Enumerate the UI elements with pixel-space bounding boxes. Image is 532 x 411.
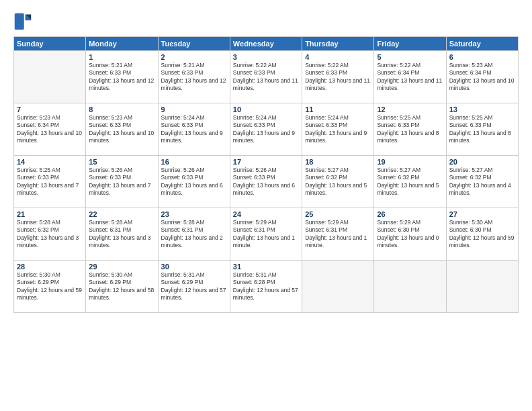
- page: SundayMondayTuesdayWednesdayThursdayFrid…: [0, 0, 532, 411]
- calendar-cell: 18Sunrise: 5:27 AMSunset: 6:32 PMDayligh…: [302, 156, 374, 208]
- day-info: Sunrise: 5:25 AMSunset: 6:33 PMDaylight:…: [17, 167, 83, 197]
- logo-icon: [13, 12, 32, 31]
- day-number: 12: [377, 105, 443, 113]
- day-info: Sunrise: 5:21 AMSunset: 6:33 PMDaylight:…: [161, 62, 227, 93]
- calendar-cell: [374, 261, 446, 313]
- day-info: Sunrise: 5:22 AMSunset: 6:34 PMDaylight:…: [377, 62, 443, 93]
- day-number: 15: [89, 158, 154, 166]
- calendar-week-5: 28Sunrise: 5:30 AMSunset: 6:29 PMDayligh…: [14, 261, 519, 313]
- day-number: 6: [449, 53, 515, 61]
- calendar-cell: 1Sunrise: 5:21 AMSunset: 6:33 PMDaylight…: [86, 51, 158, 103]
- day-number: 23: [161, 210, 227, 218]
- day-info: Sunrise: 5:29 AMSunset: 6:31 PMDaylight:…: [233, 219, 299, 250]
- day-number: 8: [89, 105, 154, 113]
- calendar-cell: 16Sunrise: 5:26 AMSunset: 6:33 PMDayligh…: [158, 156, 230, 208]
- day-info: Sunrise: 5:29 AMSunset: 6:30 PMDaylight:…: [377, 219, 443, 250]
- weekday-header-thursday: Thursday: [302, 37, 374, 51]
- day-number: 20: [449, 158, 515, 166]
- calendar-week-4: 21Sunrise: 5:28 AMSunset: 6:32 PMDayligh…: [14, 208, 519, 261]
- day-info: Sunrise: 5:28 AMSunset: 6:31 PMDaylight:…: [161, 219, 227, 250]
- svg-rect-3: [15, 13, 24, 30]
- calendar-cell: 14Sunrise: 5:25 AMSunset: 6:33 PMDayligh…: [14, 156, 86, 208]
- day-number: 19: [377, 158, 443, 166]
- calendar-cell: 3Sunrise: 5:22 AMSunset: 6:33 PMDaylight…: [230, 51, 302, 103]
- day-info: Sunrise: 5:31 AMSunset: 6:28 PMDaylight:…: [233, 271, 299, 302]
- calendar-cell: 21Sunrise: 5:28 AMSunset: 6:32 PMDayligh…: [14, 208, 86, 261]
- calendar-cell: 27Sunrise: 5:30 AMSunset: 6:30 PMDayligh…: [446, 208, 518, 261]
- calendar-cell: 19Sunrise: 5:27 AMSunset: 6:32 PMDayligh…: [374, 156, 446, 208]
- day-info: Sunrise: 5:25 AMSunset: 6:33 PMDaylight:…: [449, 114, 515, 145]
- day-info: Sunrise: 5:29 AMSunset: 6:31 PMDaylight:…: [305, 219, 371, 250]
- day-info: Sunrise: 5:24 AMSunset: 6:33 PMDaylight:…: [233, 114, 299, 145]
- day-number: 1: [89, 53, 154, 61]
- calendar-cell: 30Sunrise: 5:31 AMSunset: 6:29 PMDayligh…: [158, 261, 230, 313]
- calendar-cell: 25Sunrise: 5:29 AMSunset: 6:31 PMDayligh…: [302, 208, 374, 261]
- calendar-cell: 20Sunrise: 5:27 AMSunset: 6:32 PMDayligh…: [446, 156, 518, 208]
- calendar-cell: 15Sunrise: 5:26 AMSunset: 6:33 PMDayligh…: [86, 156, 158, 208]
- day-number: 30: [161, 263, 227, 271]
- day-info: Sunrise: 5:24 AMSunset: 6:33 PMDaylight:…: [305, 114, 371, 145]
- calendar-cell: [302, 261, 374, 313]
- calendar-cell: 9Sunrise: 5:24 AMSunset: 6:33 PMDaylight…: [158, 103, 230, 156]
- day-number: 13: [449, 105, 515, 113]
- day-number: 2: [161, 53, 227, 61]
- weekday-header-friday: Friday: [374, 37, 446, 51]
- day-number: 27: [449, 210, 515, 218]
- day-info: Sunrise: 5:28 AMSunset: 6:31 PMDaylight:…: [89, 219, 154, 250]
- calendar-cell: 5Sunrise: 5:22 AMSunset: 6:34 PMDaylight…: [374, 51, 446, 103]
- day-info: Sunrise: 5:23 AMSunset: 6:33 PMDaylight:…: [89, 114, 154, 145]
- day-number: 9: [161, 105, 227, 113]
- day-number: 29: [89, 263, 154, 271]
- day-info: Sunrise: 5:30 AMSunset: 6:30 PMDaylight:…: [449, 219, 515, 250]
- calendar-table: SundayMondayTuesdayWednesdayThursdayFrid…: [13, 36, 519, 313]
- day-number: 18: [305, 158, 371, 166]
- calendar-cell: 26Sunrise: 5:29 AMSunset: 6:30 PMDayligh…: [374, 208, 446, 261]
- day-info: Sunrise: 5:26 AMSunset: 6:33 PMDaylight:…: [233, 167, 299, 197]
- calendar-week-2: 7Sunrise: 5:23 AMSunset: 6:34 PMDaylight…: [14, 103, 519, 156]
- calendar-cell: [446, 261, 518, 313]
- day-number: 7: [17, 105, 83, 113]
- calendar-cell: 7Sunrise: 5:23 AMSunset: 6:34 PMDaylight…: [14, 103, 86, 156]
- calendar-week-3: 14Sunrise: 5:25 AMSunset: 6:33 PMDayligh…: [14, 156, 519, 208]
- day-number: 3: [233, 53, 299, 61]
- calendar-week-1: 1Sunrise: 5:21 AMSunset: 6:33 PMDaylight…: [14, 51, 519, 103]
- day-number: 5: [377, 53, 443, 61]
- day-number: 22: [89, 210, 154, 218]
- day-info: Sunrise: 5:30 AMSunset: 6:29 PMDaylight:…: [89, 271, 154, 302]
- day-info: Sunrise: 5:28 AMSunset: 6:32 PMDaylight:…: [17, 219, 83, 250]
- calendar-cell: 10Sunrise: 5:24 AMSunset: 6:33 PMDayligh…: [230, 103, 302, 156]
- calendar-cell: 4Sunrise: 5:22 AMSunset: 6:33 PMDaylight…: [302, 51, 374, 103]
- weekday-header-tuesday: Tuesday: [158, 37, 230, 51]
- calendar-cell: 31Sunrise: 5:31 AMSunset: 6:28 PMDayligh…: [230, 261, 302, 313]
- day-info: Sunrise: 5:24 AMSunset: 6:33 PMDaylight:…: [161, 114, 227, 145]
- day-number: 17: [233, 158, 299, 166]
- weekday-header-wednesday: Wednesday: [230, 37, 302, 51]
- day-info: Sunrise: 5:26 AMSunset: 6:33 PMDaylight:…: [89, 167, 154, 197]
- calendar-cell: 2Sunrise: 5:21 AMSunset: 6:33 PMDaylight…: [158, 51, 230, 103]
- day-number: 21: [17, 210, 83, 218]
- calendar-cell: 29Sunrise: 5:30 AMSunset: 6:29 PMDayligh…: [86, 261, 158, 313]
- day-number: 16: [161, 158, 227, 166]
- calendar-cell: 23Sunrise: 5:28 AMSunset: 6:31 PMDayligh…: [158, 208, 230, 261]
- calendar-cell: [14, 51, 86, 103]
- day-number: 26: [377, 210, 443, 218]
- weekday-header-sunday: Sunday: [14, 37, 86, 51]
- day-info: Sunrise: 5:26 AMSunset: 6:33 PMDaylight:…: [161, 167, 227, 197]
- day-number: 10: [233, 105, 299, 113]
- calendar-cell: 17Sunrise: 5:26 AMSunset: 6:33 PMDayligh…: [230, 156, 302, 208]
- day-number: 28: [17, 263, 83, 271]
- day-info: Sunrise: 5:27 AMSunset: 6:32 PMDaylight:…: [305, 167, 371, 197]
- calendar-cell: 22Sunrise: 5:28 AMSunset: 6:31 PMDayligh…: [86, 208, 158, 261]
- logo: [13, 12, 35, 31]
- calendar-cell: 13Sunrise: 5:25 AMSunset: 6:33 PMDayligh…: [446, 103, 518, 156]
- calendar-cell: 12Sunrise: 5:25 AMSunset: 6:33 PMDayligh…: [374, 103, 446, 156]
- day-number: 4: [305, 53, 371, 61]
- day-number: 11: [305, 105, 371, 113]
- day-number: 24: [233, 210, 299, 218]
- day-info: Sunrise: 5:22 AMSunset: 6:33 PMDaylight:…: [305, 62, 371, 93]
- day-info: Sunrise: 5:25 AMSunset: 6:33 PMDaylight:…: [377, 114, 443, 145]
- weekday-header-row: SundayMondayTuesdayWednesdayThursdayFrid…: [14, 37, 519, 51]
- calendar-cell: 8Sunrise: 5:23 AMSunset: 6:33 PMDaylight…: [86, 103, 158, 156]
- weekday-header-saturday: Saturday: [446, 37, 518, 51]
- calendar-cell: 28Sunrise: 5:30 AMSunset: 6:29 PMDayligh…: [14, 261, 86, 313]
